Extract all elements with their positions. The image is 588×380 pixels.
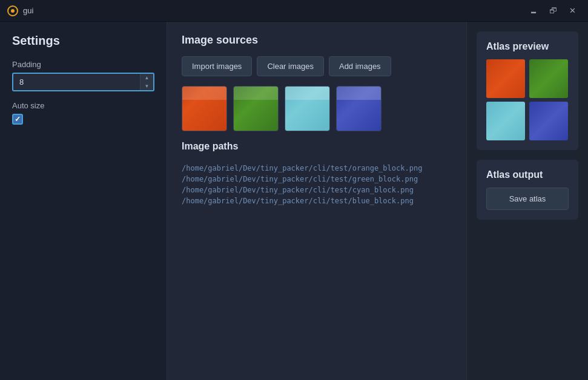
center-panel: Image sources Import images Clear images… — [167, 22, 467, 380]
import-images-button[interactable]: Import images — [182, 56, 252, 76]
padding-input[interactable] — [13, 74, 140, 90]
padding-input-wrapper: ▲ ▼ — [12, 73, 154, 91]
right-panel: Atlas preview Atlas output Save atlas — [467, 22, 588, 380]
window-title: gui — [23, 6, 33, 15]
title-bar: gui 🗕 🗗 ✕ — [0, 0, 588, 22]
image-thumbnails — [182, 86, 452, 131]
image-path-0: /home/gabriel/Dev/tiny_packer/cli/test/o… — [182, 164, 452, 172]
atlas-preview-title: Atlas preview — [486, 41, 569, 52]
thumbnail-green — [233, 86, 279, 131]
spinner-down-button[interactable]: ▼ — [140, 82, 153, 91]
thumbnail-orange — [182, 86, 227, 131]
atlas-preview-grid — [486, 59, 569, 140]
padding-spinner: ▲ ▼ — [140, 74, 153, 90]
auto-size-checkbox-wrapper — [12, 114, 154, 125]
image-paths-list: /home/gabriel/Dev/tiny_packer/cli/test/o… — [182, 164, 452, 205]
thumb-green-img — [234, 87, 278, 131]
image-source-buttons: Import images Clear images Add images — [182, 56, 452, 76]
thumbnail-cyan — [285, 86, 330, 131]
atlas-preview-section: Atlas preview — [477, 31, 578, 150]
image-paths-title: Image paths — [182, 141, 452, 152]
auto-size-label: Auto size — [12, 101, 154, 110]
auto-size-field: Auto size — [12, 101, 154, 125]
atlas-thumb-cyan — [486, 102, 525, 140]
sidebar-title: Settings — [12, 34, 154, 48]
sidebar: Settings Padding ▲ ▼ Auto size — [0, 22, 167, 380]
auto-size-checkbox[interactable] — [12, 114, 23, 125]
maximize-button[interactable]: 🗗 — [544, 4, 561, 18]
atlas-blue-block — [529, 102, 568, 140]
thumb-blue-img — [337, 87, 381, 131]
title-bar-controls: 🗕 🗗 ✕ — [525, 4, 581, 18]
main-layout: Settings Padding ▲ ▼ Auto size Image sou… — [0, 22, 588, 380]
clear-images-button[interactable]: Clear images — [257, 56, 324, 76]
close-button[interactable]: ✕ — [564, 4, 581, 18]
image-sources-title: Image sources — [182, 34, 452, 47]
title-bar-left: gui — [7, 5, 33, 16]
app-icon — [7, 5, 18, 16]
svg-point-1 — [11, 9, 15, 13]
thumbnail-blue — [336, 86, 382, 131]
minimize-button[interactable]: 🗕 — [525, 4, 542, 18]
image-path-3: /home/gabriel/Dev/tiny_packer/cli/test/b… — [182, 197, 452, 205]
save-atlas-button[interactable]: Save atlas — [486, 188, 569, 210]
padding-label: Padding — [12, 60, 154, 69]
atlas-green-block — [529, 59, 568, 98]
image-path-1: /home/gabriel/Dev/tiny_packer/cli/test/g… — [182, 175, 452, 183]
atlas-thumb-blue — [529, 102, 568, 140]
image-path-2: /home/gabriel/Dev/tiny_packer/cli/test/c… — [182, 186, 452, 194]
atlas-thumb-green — [529, 59, 568, 98]
thumb-cyan-img — [285, 87, 329, 131]
atlas-thumb-orange — [486, 59, 525, 98]
atlas-cyan-block — [486, 102, 525, 140]
padding-field: Padding ▲ ▼ — [12, 60, 154, 91]
thumb-orange-img — [182, 87, 226, 131]
atlas-orange-block — [486, 59, 525, 98]
add-images-button[interactable]: Add images — [329, 56, 391, 76]
atlas-output-section: Atlas output Save atlas — [477, 160, 578, 220]
spinner-up-button[interactable]: ▲ — [140, 74, 153, 82]
atlas-output-title: Atlas output — [486, 169, 569, 180]
